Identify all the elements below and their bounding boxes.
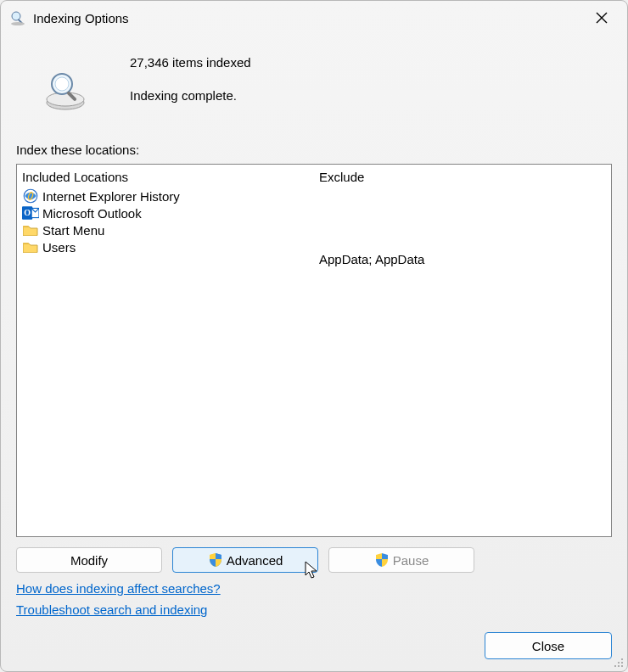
- svg-point-18: [621, 665, 623, 667]
- shield-icon: [208, 552, 223, 568]
- locations-label: Index these locations:: [16, 143, 612, 157]
- svg-point-0: [12, 12, 20, 20]
- included-header: Included Locations: [22, 168, 309, 188]
- svg-point-13: [621, 658, 623, 660]
- list-item[interactable]: Users: [22, 238, 309, 255]
- list-item[interactable]: Start Menu: [22, 221, 309, 238]
- troubleshoot-link[interactable]: Troubleshoot search and indexing: [16, 602, 207, 617]
- list-item-label: Microsoft Outlook: [42, 206, 142, 221]
- button-label: Advanced: [227, 553, 283, 568]
- ie-icon: [22, 188, 39, 204]
- exclude-value: [319, 228, 606, 249]
- svg-text:O: O: [24, 208, 31, 217]
- content-area: 27,346 items indexed Indexing complete. …: [1, 35, 627, 632]
- window-title: Indexing Options: [33, 11, 585, 25]
- folder-icon: [22, 222, 39, 238]
- exclude-header: Exclude: [319, 168, 606, 188]
- links: How does indexing affect searches? Troub…: [16, 581, 612, 624]
- magnifier-drive-icon: [42, 67, 96, 117]
- buttons-row: Modify Advanced Pause: [16, 547, 612, 573]
- pause-button: Pause: [328, 547, 474, 573]
- list-item-label: Users: [42, 240, 76, 255]
- button-label: Pause: [393, 553, 429, 568]
- status-row: 27,346 items indexed Indexing complete.: [16, 52, 612, 117]
- indexing-state: Indexing complete.: [130, 88, 251, 103]
- close-button[interactable]: Close: [485, 632, 612, 659]
- exclude-value: [319, 188, 606, 208]
- shield-icon: [374, 552, 390, 568]
- list-item[interactable]: Internet Explorer History: [22, 188, 309, 204]
- exclude-value: AppData; AppData: [319, 249, 606, 269]
- close-window-button[interactable]: [585, 6, 619, 30]
- indexing-options-window: Indexing Options 27,346 items indexed In…: [0, 0, 628, 672]
- svg-point-2: [11, 22, 25, 25]
- footer: Close: [1, 632, 627, 671]
- list-item-label: Internet Explorer History: [42, 189, 180, 204]
- svg-point-4: [47, 92, 84, 106]
- advanced-button[interactable]: Advanced: [172, 547, 318, 573]
- locations-list[interactable]: Included Locations Internet Explorer His…: [16, 164, 612, 537]
- exclude-value: [319, 208, 606, 228]
- svg-point-17: [618, 665, 620, 667]
- help-link[interactable]: How does indexing affect searches?: [16, 581, 221, 596]
- modify-button[interactable]: Modify: [16, 547, 162, 573]
- button-label: Modify: [70, 553, 108, 568]
- button-label: Close: [532, 639, 564, 653]
- svg-point-6: [55, 77, 69, 91]
- svg-point-14: [618, 662, 620, 664]
- resize-grip[interactable]: [612, 656, 624, 668]
- items-indexed-count: 27,346 items indexed: [130, 55, 251, 70]
- status-text: 27,346 items indexed Indexing complete.: [130, 52, 251, 103]
- indexing-options-icon: [9, 9, 26, 26]
- list-item[interactable]: O Microsoft Outlook: [22, 204, 309, 221]
- list-item-label: Start Menu: [42, 223, 104, 238]
- exclude-column: Exclude AppData; AppData: [314, 165, 611, 536]
- svg-point-16: [614, 665, 616, 667]
- titlebar: Indexing Options: [1, 1, 627, 35]
- included-column: Included Locations Internet Explorer His…: [17, 165, 314, 536]
- svg-point-15: [621, 662, 623, 664]
- folder-icon: [22, 239, 39, 255]
- outlook-icon: O: [22, 205, 39, 221]
